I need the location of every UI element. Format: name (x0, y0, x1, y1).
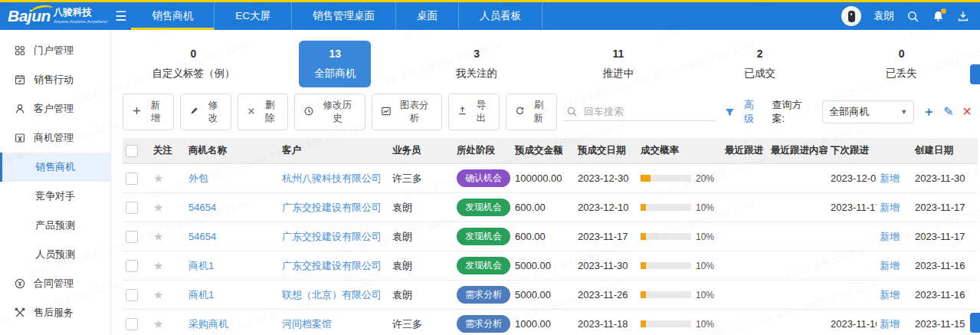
toolbar-button-clock[interactable]: 修改历史 (294, 94, 365, 130)
customer-link[interactable]: 广东交投建设有限公司 (282, 260, 382, 271)
sidebar-item-3[interactable]: 客户管理 (0, 94, 110, 123)
col-header-name: 商机名称 (185, 138, 279, 164)
table-row: ★ 外包 杭州八骏科技有限公司 许三多 确认机会 100000.00 2023-… (123, 164, 978, 193)
opportunity-name-link[interactable]: 54654 (188, 202, 216, 213)
recent-follow-cell (722, 251, 768, 281)
row-checkbox[interactable] (126, 172, 138, 185)
star-icon[interactable]: ★ (153, 317, 163, 330)
created-date-cell: 2023-11-30 (912, 164, 978, 193)
probability-label: 20% (696, 173, 714, 184)
sidebar-item-2[interactable]: 销售行动 (0, 65, 110, 94)
created-date-cell: 2023-11-17 (912, 222, 978, 251)
toolbar-button-close[interactable]: 删除 (238, 94, 288, 130)
expect-date-cell: 2023-11-30 (575, 251, 637, 281)
sidebar-item-4[interactable]: 商机管理 (0, 123, 110, 153)
nav-tab-1[interactable]: 销售商机 (131, 2, 215, 30)
avatar-icon (848, 11, 855, 22)
add-follow-link[interactable]: 新增 (880, 172, 900, 184)
probability-cell: 10% (641, 290, 719, 301)
avatar[interactable] (841, 6, 861, 26)
star-icon[interactable]: ★ (153, 288, 163, 301)
toolbar-button-chart[interactable]: 图表分析 (372, 94, 442, 130)
chevron-down-icon: ▼ (900, 108, 907, 116)
opportunity-name-link[interactable]: 商机1 (188, 260, 214, 271)
nav-tab-5[interactable]: 人员看板 (459, 2, 542, 30)
customer-link[interactable]: 河间档案馆 (282, 318, 332, 330)
add-follow-link[interactable]: 新增 (880, 202, 900, 213)
logo-brand-cn: 八骏科技 (54, 8, 120, 18)
stat-tab-6: 0 已丢失 (831, 41, 972, 87)
row-checkbox[interactable] (126, 231, 138, 243)
nav-tab-3[interactable]: 销售管理桌面 (292, 2, 396, 30)
salesman-cell: 袁朗 (389, 193, 454, 222)
customer-link[interactable]: 广东交投建设有限公司 (282, 202, 382, 213)
advanced-search-link[interactable]: 高级 (744, 98, 764, 126)
row-checkbox[interactable] (126, 318, 138, 330)
star-icon[interactable]: ★ (153, 201, 163, 214)
opportunity-name-link[interactable]: 外包 (188, 172, 208, 184)
col-header-next-follow: 下次跟进 (828, 138, 912, 164)
stat-count: 0 (878, 48, 926, 60)
stat-label: 已丢失 (878, 67, 926, 80)
probability-cell: 20% (641, 173, 719, 184)
probability-label: 10% (696, 202, 714, 213)
created-date-cell: 2023-11-16 (912, 251, 978, 281)
sidebar-item-6[interactable]: 竞争对手 (0, 182, 110, 211)
amount-cell: 600.00 (512, 193, 575, 222)
customer-link[interactable]: 联想（北京）有限公司 (282, 289, 382, 301)
sidebar-item-9[interactable]: 合同管理 (0, 269, 110, 298)
add-follow-link[interactable]: 新增 (880, 260, 900, 271)
toolbar-button-plus[interactable]: 新增 (123, 94, 174, 130)
opportunity-name-link[interactable]: 商机1 (188, 289, 214, 301)
search-icon[interactable] (906, 10, 919, 23)
opportunity-name-link[interactable]: 采购商机 (188, 318, 228, 330)
filter-icon[interactable] (724, 107, 736, 118)
side-float-button-bottom[interactable] (970, 313, 980, 333)
col-header-salesman: 业务员 (389, 138, 454, 164)
side-float-button-top[interactable] (970, 64, 980, 84)
download-icon[interactable] (957, 10, 969, 22)
sidebar-item-5[interactable]: 销售商机 (0, 153, 110, 182)
query-scheme-select[interactable]: 全部商机 ▼ (822, 100, 914, 123)
star-icon[interactable]: ★ (153, 230, 163, 243)
delete-scheme-icon[interactable]: ✕ (962, 106, 972, 118)
nav-tab-2[interactable]: EC大屏 (215, 2, 292, 30)
recent-content-cell (768, 222, 828, 251)
logo-tagline: Anyone,Anytime,Anywhere! (54, 19, 108, 24)
sidebar-item-7[interactable]: 产品预测 (0, 211, 110, 240)
add-scheme-icon[interactable]: ＋ (923, 106, 935, 118)
star-icon[interactable]: ★ (153, 259, 163, 272)
row-checkbox[interactable] (126, 260, 138, 272)
nav-tab-4[interactable]: 桌面 (396, 2, 459, 30)
sidebar-item-11[interactable]: 销售协同 (0, 327, 110, 335)
toolbar-button-export[interactable]: 导出 (448, 94, 500, 130)
app-window: Bajun 八骏科技 Anyone,Anytime,Anywhere! ☰ 销售… (0, 0, 980, 335)
opportunity-table: 关注 商机名称 客户 业务员 所处阶段 预成交金额 预成交日期 成交概率 最近跟… (123, 138, 978, 335)
customer-link[interactable]: 杭州八骏科技有限公司 (282, 172, 382, 184)
edit-scheme-icon[interactable]: ✎ (943, 106, 953, 118)
table-row: ★ 采购商机 河间档案馆 许三多 需求分析 1000.00 2023-11-18… (123, 310, 978, 335)
stat-tabs: 0 自定义标签（例） 13 全部商机 3 我关注的 11 推进中 2 已成交 0… (123, 41, 972, 87)
customer-link[interactable]: 广东交投建设有限公司 (282, 231, 382, 242)
toolbar-button-pencil[interactable]: 修改 (180, 94, 231, 130)
probability-cell: 10% (641, 319, 719, 330)
sidebar-item-1[interactable]: 门户管理 (0, 36, 110, 65)
star-icon[interactable]: ★ (153, 172, 163, 185)
add-follow-link[interactable]: 新增 (880, 318, 900, 330)
bell-icon[interactable] (932, 10, 945, 23)
recent-follow-cell (722, 164, 768, 193)
probability-label: 10% (696, 232, 714, 242)
toolbar-button-refresh[interactable]: 刷新 (506, 94, 557, 130)
search-input[interactable] (582, 105, 706, 118)
add-follow-link[interactable]: 新增 (880, 289, 900, 301)
add-follow-link[interactable]: 新增 (880, 231, 900, 242)
opportunity-name-link[interactable]: 54654 (188, 231, 216, 242)
row-checkbox[interactable] (126, 202, 138, 214)
select-all-checkbox[interactable] (126, 145, 138, 157)
sidebar-item-10[interactable]: 售后服务 (0, 298, 110, 327)
next-follow-cell (828, 222, 877, 251)
row-checkbox[interactable] (126, 289, 138, 301)
stat-label: 推进中 (595, 67, 642, 80)
next-follow-cell: 2023-11-16 (828, 310, 877, 335)
sidebar-item-8[interactable]: 人员预测 (0, 240, 110, 269)
